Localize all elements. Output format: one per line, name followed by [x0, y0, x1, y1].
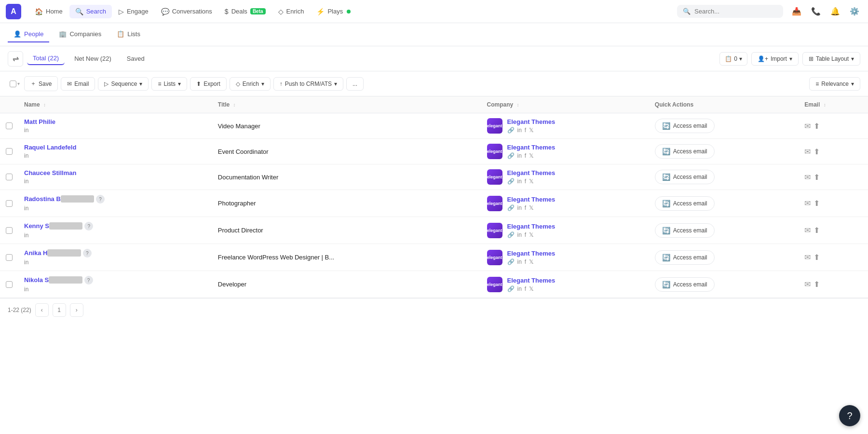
- company-sort-icon[interactable]: ↕: [517, 102, 519, 108]
- email-upload-icon[interactable]: ⬆: [814, 199, 820, 208]
- company-link-icon[interactable]: 🔗: [507, 127, 515, 134]
- access-email-button[interactable]: 🔄 Access email: [655, 250, 715, 265]
- access-email-button[interactable]: 🔄 Access email: [655, 170, 715, 184]
- page-number-button[interactable]: 1: [53, 303, 66, 317]
- company-name[interactable]: Elegant Themes: [507, 196, 556, 203]
- filter-tab-saved[interactable]: Saved: [121, 53, 150, 65]
- search-input[interactable]: [694, 8, 777, 15]
- row-checkbox[interactable]: [6, 174, 13, 180]
- linkedin-icon[interactable]: in: [24, 259, 28, 266]
- access-email-button[interactable]: 🔄 Access email: [655, 144, 715, 159]
- nav-item-conversations[interactable]: 💬 Conversations: [155, 5, 218, 18]
- company-facebook-icon[interactable]: f: [525, 178, 526, 185]
- col-title[interactable]: Title ↕: [212, 96, 481, 113]
- access-email-button[interactable]: 🔄 Access email: [655, 223, 715, 238]
- company-twitter-icon[interactable]: 𝕏: [529, 204, 534, 211]
- col-email[interactable]: Email ↕: [799, 96, 868, 113]
- table-layout-button[interactable]: ⊞ Table Layout ▾: [802, 52, 860, 66]
- notifications-icon[interactable]: 📥: [789, 4, 804, 19]
- export-button[interactable]: ⬆ Export: [190, 77, 227, 91]
- company-facebook-icon[interactable]: f: [525, 204, 526, 211]
- email-button[interactable]: ✉ Email: [61, 77, 95, 91]
- company-name[interactable]: Elegant Themes: [507, 223, 556, 230]
- company-link-icon[interactable]: 🔗: [507, 231, 515, 238]
- bell-icon[interactable]: 🔔: [827, 4, 843, 19]
- company-facebook-icon[interactable]: f: [525, 258, 526, 265]
- company-name[interactable]: Elegant Themes: [507, 277, 556, 284]
- title-sort-icon[interactable]: ↕: [233, 102, 236, 108]
- company-name[interactable]: Elegant Themes: [507, 144, 556, 151]
- company-linkedin-icon[interactable]: in: [517, 258, 522, 265]
- company-facebook-icon[interactable]: f: [525, 127, 526, 134]
- help-icon[interactable]: ?: [84, 222, 93, 231]
- access-email-button[interactable]: 🔄 Access email: [655, 119, 715, 133]
- company-twitter-icon[interactable]: 𝕏: [529, 127, 534, 134]
- lists-button[interactable]: ≡ Lists ▾: [151, 77, 187, 91]
- app-logo[interactable]: A: [6, 4, 21, 19]
- select-all-checkbox[interactable]: [10, 81, 16, 87]
- linkedin-icon[interactable]: in: [24, 152, 28, 159]
- email-send-icon[interactable]: ✉: [804, 173, 811, 182]
- email-upload-icon[interactable]: ⬆: [814, 122, 820, 131]
- company-linkedin-icon[interactable]: in: [517, 178, 522, 185]
- help-icon[interactable]: ?: [96, 195, 105, 203]
- company-link-icon[interactable]: 🔗: [507, 178, 515, 185]
- global-search-bar[interactable]: 🔍: [677, 5, 783, 18]
- help-icon[interactable]: ?: [84, 276, 93, 285]
- linkedin-icon[interactable]: in: [24, 127, 28, 134]
- import-button[interactable]: 👤+ Import ▾: [751, 52, 799, 66]
- email-send-icon[interactable]: ✉: [804, 147, 811, 156]
- push-crm-button[interactable]: ↑ Push to CRM/ATS ▾: [273, 77, 343, 91]
- nav-item-deals[interactable]: $ Deals Beta: [219, 5, 271, 18]
- person-name[interactable]: Chaucee Stillman: [24, 169, 76, 176]
- row-checkbox[interactable]: [6, 200, 13, 207]
- company-twitter-icon[interactable]: 𝕏: [529, 152, 534, 159]
- filter-icon-button[interactable]: ⇌: [8, 51, 23, 67]
- company-name[interactable]: Elegant Themes: [507, 169, 556, 176]
- company-link-icon[interactable]: 🔗: [507, 152, 515, 159]
- prev-page-button[interactable]: ‹: [35, 303, 49, 317]
- company-linkedin-icon[interactable]: in: [517, 204, 522, 211]
- settings-icon[interactable]: ⚙️: [847, 4, 862, 19]
- linkedin-icon[interactable]: in: [24, 286, 28, 293]
- save-count-button[interactable]: 📋 0 ▾: [719, 52, 747, 66]
- company-linkedin-icon[interactable]: in: [517, 127, 522, 134]
- next-page-button[interactable]: ›: [70, 303, 83, 317]
- email-upload-icon[interactable]: ⬆: [814, 280, 820, 289]
- person-name[interactable]: Anika H: [24, 249, 47, 257]
- subnav-item-people[interactable]: 👤 People: [8, 27, 49, 42]
- nav-item-search[interactable]: 🔍 Search: [69, 5, 112, 18]
- email-send-icon[interactable]: ✉: [804, 226, 811, 235]
- help-icon[interactable]: ?: [83, 249, 92, 258]
- email-send-icon[interactable]: ✉: [804, 280, 811, 289]
- company-facebook-icon[interactable]: f: [525, 231, 526, 238]
- email-send-icon[interactable]: ✉: [804, 199, 811, 208]
- company-facebook-icon[interactable]: f: [525, 285, 526, 292]
- nav-item-enrich[interactable]: ◇ Enrich: [272, 5, 310, 18]
- linkedin-icon[interactable]: in: [24, 232, 28, 239]
- row-checkbox[interactable]: [6, 148, 13, 155]
- enrich-button[interactable]: ◇ Enrich ▾: [230, 77, 271, 91]
- filter-tab-net-new[interactable]: Net New (22): [68, 53, 117, 65]
- email-upload-icon[interactable]: ⬆: [814, 253, 820, 262]
- phone-icon[interactable]: 📞: [808, 4, 824, 19]
- company-linkedin-icon[interactable]: in: [517, 231, 522, 238]
- person-name[interactable]: Nikola S: [24, 276, 49, 284]
- nav-item-home[interactable]: 🏠 Home: [29, 5, 68, 18]
- email-upload-icon[interactable]: ⬆: [814, 226, 820, 235]
- company-facebook-icon[interactable]: f: [525, 152, 526, 159]
- relevance-sort-button[interactable]: ≡ Relevance ▾: [809, 77, 860, 91]
- email-upload-icon[interactable]: ⬆: [814, 173, 820, 182]
- access-email-button[interactable]: 🔄 Access email: [655, 277, 715, 292]
- email-upload-icon[interactable]: ⬆: [814, 147, 820, 156]
- company-twitter-icon[interactable]: 𝕏: [529, 285, 534, 292]
- row-checkbox[interactable]: [6, 227, 13, 234]
- company-linkedin-icon[interactable]: in: [517, 285, 522, 292]
- row-checkbox[interactable]: [6, 281, 13, 288]
- more-actions-button[interactable]: ...: [346, 77, 364, 91]
- person-name[interactable]: Matt Philie: [24, 118, 55, 125]
- company-name[interactable]: Elegant Themes: [507, 118, 556, 125]
- email-send-icon[interactable]: ✉: [804, 253, 811, 262]
- access-email-button[interactable]: 🔄 Access email: [655, 196, 715, 211]
- person-name[interactable]: Radostina B: [24, 195, 61, 203]
